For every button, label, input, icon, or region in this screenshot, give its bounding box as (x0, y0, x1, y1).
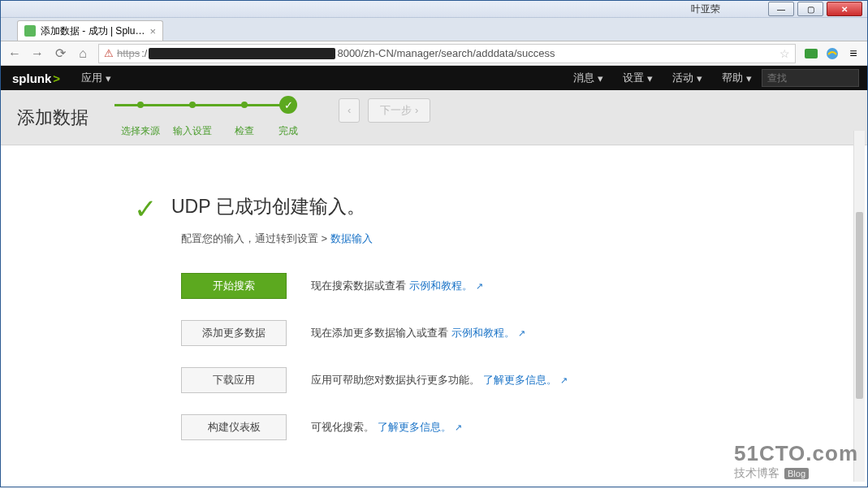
wizard-step-source: 选择来源 (114, 102, 166, 138)
success-check-icon: ✓ (134, 193, 157, 225)
build-dashboard-link[interactable]: 了解更多信息。 (378, 421, 451, 433)
extension-icon-1[interactable] (804, 46, 818, 61)
watermark-tagline: 技术博客 (734, 466, 779, 481)
url-redacted (149, 48, 335, 59)
tab-close-icon[interactable]: × (149, 25, 156, 37)
nav-settings[interactable]: 设置 ▾ (613, 71, 663, 85)
browser-tab-strip: 添加数据 - 成功 | Splunk × (1, 18, 867, 41)
extension-ie-icon[interactable] (825, 46, 840, 61)
wizard-steps: 选择来源 输入设置 检查 ✓完成 (114, 97, 306, 138)
success-headline: UDP 已成功创建输入。 (171, 194, 365, 219)
external-link-icon: ↗ (455, 422, 462, 432)
window-titlebar: 叶亚荣 — ▢ ✕ (1, 1, 867, 18)
action-build-dashboard-row: 构建仪表板 可视化搜索。 了解更多信息。↗ (181, 413, 848, 441)
main-content: ✓ UDP 已成功创建输入。 配置您的输入，通过转到设置 > 数据输入 开始搜索… (1, 145, 867, 487)
external-link-icon: ↗ (560, 375, 568, 385)
address-bar[interactable]: ⚠ https :/ 8000/zh-CN/manager/search/add… (98, 44, 796, 63)
browser-toolbar: ← → ⟳ ⌂ ⚠ https :/ 8000/zh-CN/manager/se… (1, 41, 867, 66)
download-app-button[interactable]: 下载应用 (181, 367, 287, 393)
chevron-down-icon: ▾ (598, 72, 603, 84)
start-search-button[interactable]: 开始搜索 (181, 273, 287, 299)
nav-home-icon[interactable]: ⌂ (76, 46, 90, 61)
tab-favicon (24, 25, 36, 37)
nav-app-menu[interactable]: 应用 ▾ (71, 71, 121, 85)
chevron-down-icon: ▾ (106, 72, 111, 84)
splunk-logo[interactable]: splunk> (1, 71, 71, 85)
add-more-link[interactable]: 示例和教程。 (451, 327, 515, 339)
action-start-search-row: 开始搜索 现在搜索数据或查看 示例和教程。↗ (181, 272, 848, 300)
watermark-domain: 51CTO.com (734, 441, 858, 466)
browser-tab[interactable]: 添加数据 - 成功 | Splunk × (17, 20, 163, 41)
start-search-link[interactable]: 示例和教程。 (409, 279, 473, 292)
wizard-step-done: ✓完成 (270, 102, 306, 138)
tab-title: 添加数据 - 成功 | Splunk (41, 24, 145, 38)
url-path: 8000/zh-CN/manager/search/adddata/succes… (337, 47, 555, 59)
topnav-search-input[interactable] (762, 69, 859, 87)
wizard-next-button[interactable]: 下一步 › (368, 98, 430, 123)
success-subtext: 配置您的输入，通过转到设置 > 数据输入 (181, 232, 848, 246)
data-inputs-link[interactable]: 数据输入 (330, 232, 373, 244)
bookmark-star-icon[interactable]: ☆ (779, 47, 790, 60)
nav-reload-icon[interactable]: ⟳ (53, 46, 67, 61)
wizard-header: 添加数据 选择来源 输入设置 检查 ✓完成 ‹ 下一步 › (1, 90, 867, 145)
browser-menu-icon[interactable]: ≡ (846, 46, 861, 61)
window-close-button[interactable]: ✕ (827, 2, 862, 16)
add-more-data-button[interactable]: 添加更多数据 (181, 320, 287, 346)
wizard-step-input-settings: 输入设置 (166, 102, 218, 138)
check-icon: ✓ (279, 96, 297, 114)
vertical-scrollbar[interactable] (853, 131, 865, 482)
url-protocol: https (117, 47, 140, 59)
chevron-down-icon: ▾ (697, 72, 702, 84)
nav-messages[interactable]: 消息 ▾ (564, 71, 613, 85)
nav-help[interactable]: 帮助 ▾ (712, 71, 762, 85)
watermark: 51CTO.com 技术博客Blog (734, 441, 858, 481)
build-dashboard-button[interactable]: 构建仪表板 (181, 414, 287, 440)
external-link-icon: ↗ (476, 281, 483, 291)
wizard-step-review: 检查 (218, 102, 270, 138)
wizard-prev-button[interactable]: ‹ (339, 98, 360, 123)
splunk-topnav: splunk> 应用 ▾ 消息 ▾ 设置 ▾ 活动 ▾ 帮助 ▾ (1, 66, 867, 90)
svg-rect-0 (805, 49, 818, 58)
nav-forward-icon[interactable]: → (30, 46, 45, 61)
download-app-link[interactable]: 了解更多信息。 (483, 374, 557, 386)
watermark-badge: Blog (784, 468, 809, 479)
window-maximize-button[interactable]: ▢ (797, 2, 823, 16)
action-add-more-row: 添加更多数据 现在添加更多数据输入或查看 示例和教程。↗ (181, 319, 848, 347)
chevron-down-icon: ▾ (647, 72, 653, 84)
ssl-warning-icon: ⚠ (104, 47, 114, 59)
window-minimize-button[interactable]: — (768, 2, 794, 16)
nav-back-icon[interactable]: ← (7, 46, 22, 61)
page-title: 添加数据 (17, 106, 89, 130)
scrollbar-thumb[interactable] (856, 212, 863, 399)
window-author: 叶亚荣 (1, 2, 720, 16)
nav-activity[interactable]: 活动 ▾ (663, 71, 712, 85)
chevron-down-icon: ▾ (746, 72, 752, 84)
action-download-app-row: 下载应用 应用可帮助您对数据执行更多功能。 了解更多信息。↗ (181, 366, 848, 394)
external-link-icon: ↗ (518, 328, 525, 338)
